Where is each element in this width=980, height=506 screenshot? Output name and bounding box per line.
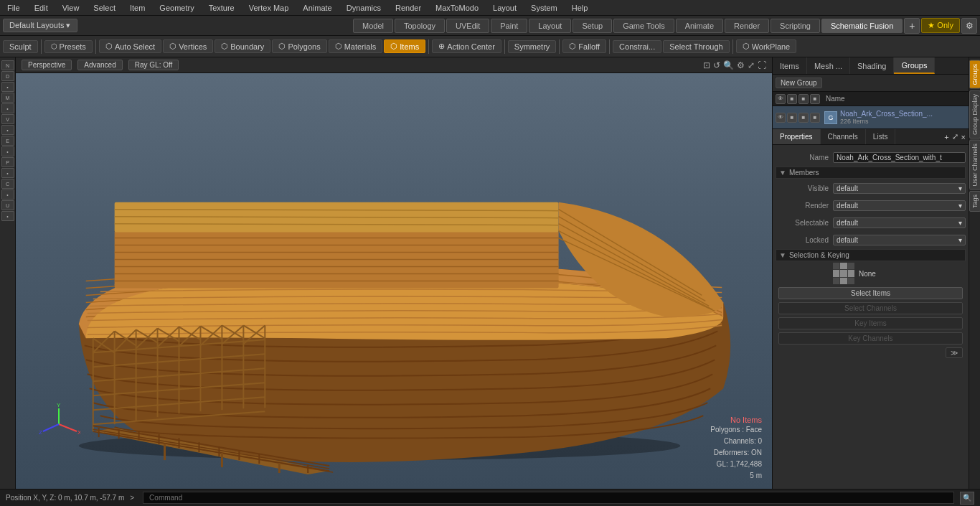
advanced-button[interactable]: Advanced bbox=[77, 60, 122, 70]
name-input[interactable] bbox=[833, 152, 966, 163]
tab-scripting[interactable]: Scripting bbox=[771, 19, 820, 33]
tab-mesh-rp[interactable]: Mesh ... bbox=[807, 57, 850, 74]
sidebar-icon-4[interactable]: • bbox=[1, 103, 14, 113]
vtab-groups[interactable]: Groups bbox=[969, 60, 981, 89]
eye-header-icon[interactable]: 👁 bbox=[776, 94, 786, 104]
lock2-header-icon[interactable]: ■ bbox=[798, 94, 809, 104]
vtab-tags[interactable]: Tags bbox=[969, 191, 981, 212]
sidebar-icon-5[interactable]: V bbox=[1, 114, 14, 124]
expand-icon[interactable]: ⤢ bbox=[748, 60, 755, 70]
perspective-dropdown[interactable]: Perspective bbox=[22, 60, 72, 70]
tab-shading-rp[interactable]: Shading bbox=[850, 57, 894, 74]
lock3-header-icon[interactable]: ■ bbox=[810, 94, 820, 104]
layout-dropdown[interactable]: Default Layouts ▾ bbox=[3, 19, 77, 32]
fullscreen-icon[interactable]: ⛶ bbox=[758, 60, 766, 70]
sculpt-button[interactable]: Sculpt bbox=[3, 40, 38, 53]
sidebar-icon-13[interactable]: U bbox=[1, 200, 14, 210]
items-button[interactable]: ⬡ Items bbox=[384, 39, 425, 53]
tab-properties[interactable]: Properties bbox=[773, 129, 821, 144]
key-items-button[interactable]: Key Items bbox=[778, 317, 963, 329]
falloff-button[interactable]: ⬡ Falloff bbox=[562, 39, 606, 53]
sidebar-icon-3[interactable]: M bbox=[1, 93, 14, 103]
tab-layout[interactable]: Layout bbox=[529, 19, 571, 33]
menu-file[interactable]: File bbox=[0, 2, 27, 14]
autoselect-button[interactable]: ⬡ Auto Select bbox=[99, 39, 161, 53]
tab-render[interactable]: Render bbox=[725, 19, 769, 33]
tab-paint[interactable]: Paint bbox=[491, 19, 527, 33]
expand-props-icon[interactable]: ⤢ bbox=[952, 132, 958, 141]
fit-icon[interactable]: ⊡ bbox=[703, 60, 710, 70]
sidebar-icon-14[interactable]: • bbox=[1, 211, 14, 221]
item-eye-icon[interactable]: 👁 bbox=[776, 113, 786, 123]
tab-setup[interactable]: Setup bbox=[573, 19, 612, 33]
key-channels-button[interactable]: Key Channels bbox=[778, 332, 963, 345]
sidebar-icon-2[interactable]: • bbox=[1, 82, 14, 92]
menu-help[interactable]: Help bbox=[565, 2, 595, 14]
menu-vertexmap[interactable]: Vertex Map bbox=[242, 2, 296, 14]
tab-model[interactable]: Model bbox=[353, 19, 393, 33]
tab-schematic-fusion[interactable]: Schematic Fusion bbox=[821, 19, 903, 33]
tab-items-rp[interactable]: Items bbox=[773, 57, 807, 74]
sidebar-icon-0[interactable]: N bbox=[1, 60, 14, 70]
menu-geometry[interactable]: Geometry bbox=[152, 2, 201, 14]
visible-select[interactable]: default▾ bbox=[833, 183, 966, 194]
menu-edit[interactable]: Edit bbox=[27, 2, 55, 14]
rotate-icon[interactable]: ↺ bbox=[713, 60, 720, 70]
expand-button[interactable]: ≫ bbox=[946, 347, 963, 358]
settings-vp-icon[interactable]: ⚙ bbox=[737, 60, 745, 70]
add-layout-tab-button[interactable]: + bbox=[904, 18, 920, 34]
vtab-group-display[interactable]: Group Display bbox=[969, 90, 981, 139]
sidebar-icon-7[interactable]: E bbox=[1, 136, 14, 146]
lock1-header-icon[interactable]: ■ bbox=[787, 94, 797, 104]
canvas-area[interactable]: X Y Z No Items Polygons : Face Channels:… bbox=[16, 73, 772, 489]
workplane-button[interactable]: ⬡ WorkPlane bbox=[736, 39, 797, 53]
menu-layout[interactable]: Layout bbox=[486, 2, 524, 14]
command-input[interactable] bbox=[143, 492, 954, 504]
tab-topology[interactable]: Topology bbox=[395, 19, 445, 33]
select-items-button[interactable]: Select Items bbox=[778, 287, 963, 299]
tab-animate[interactable]: Animate bbox=[676, 19, 723, 33]
keying-grid[interactable] bbox=[833, 263, 854, 284]
add-props-tab-icon[interactable]: + bbox=[944, 133, 948, 141]
constrain-button[interactable]: Constrai... bbox=[613, 40, 661, 53]
select-channels-button[interactable]: Select Channels bbox=[778, 302, 963, 314]
close-props-icon[interactable]: × bbox=[961, 133, 966, 141]
item-cube-icon[interactable]: ■ bbox=[787, 113, 797, 123]
sidebar-icon-9[interactable]: P bbox=[1, 157, 14, 167]
item-render-icon[interactable]: ■ bbox=[798, 113, 809, 123]
members-section-header[interactable]: ▼ Members bbox=[776, 167, 966, 179]
tab-channels[interactable]: Channels bbox=[821, 129, 866, 144]
command-search-button[interactable]: 🔍 bbox=[960, 492, 974, 505]
vertices-button[interactable]: ⬡ Vertices bbox=[163, 39, 213, 53]
sidebar-icon-12[interactable]: • bbox=[1, 189, 14, 200]
vtab-user-channels[interactable]: User Channels bbox=[969, 140, 981, 190]
sidebar-icon-11[interactable]: C bbox=[1, 179, 14, 189]
menu-select[interactable]: Select bbox=[86, 2, 123, 14]
new-group-button[interactable]: New Group bbox=[776, 78, 822, 88]
menu-view[interactable]: View bbox=[55, 2, 87, 14]
selection-keying-section-header[interactable]: ▼ Selection & Keying bbox=[776, 249, 966, 261]
menu-maxtomodo[interactable]: MaxToModo bbox=[428, 2, 486, 14]
select-through-button[interactable]: Select Through bbox=[663, 40, 729, 53]
action-center-button[interactable]: ⊕ Action Center bbox=[432, 39, 501, 53]
item-row[interactable]: 👁 ■ ■ ■ G Noah_Ark_Cross_Section_... 226… bbox=[773, 106, 969, 129]
tab-gametools[interactable]: Game Tools bbox=[613, 19, 674, 33]
materials-button[interactable]: ⬡ Materials bbox=[329, 39, 383, 53]
menu-item[interactable]: Item bbox=[123, 2, 152, 14]
tab-uvedit[interactable]: UVEdit bbox=[446, 19, 489, 33]
sidebar-icon-8[interactable]: • bbox=[1, 146, 14, 156]
polygons-button[interactable]: ⬡ Polygons bbox=[272, 39, 326, 53]
menu-render[interactable]: Render bbox=[388, 2, 428, 14]
raygl-button[interactable]: Ray GL: Off bbox=[128, 60, 179, 70]
menu-animate[interactable]: Animate bbox=[296, 2, 339, 14]
menu-system[interactable]: System bbox=[524, 2, 565, 14]
settings-icon[interactable]: ⚙ bbox=[961, 18, 977, 34]
sidebar-icon-1[interactable]: D bbox=[1, 71, 14, 81]
star-only-button[interactable]: ★ Only bbox=[921, 18, 960, 33]
presets-button[interactable]: ⬡ Presets bbox=[44, 40, 93, 53]
sidebar-icon-6[interactable]: • bbox=[1, 125, 14, 135]
zoom-icon[interactable]: 🔍 bbox=[723, 60, 734, 70]
sidebar-icon-10[interactable]: • bbox=[1, 168, 14, 178]
tab-lists[interactable]: Lists bbox=[866, 129, 896, 144]
locked-select[interactable]: default▾ bbox=[833, 235, 966, 245]
